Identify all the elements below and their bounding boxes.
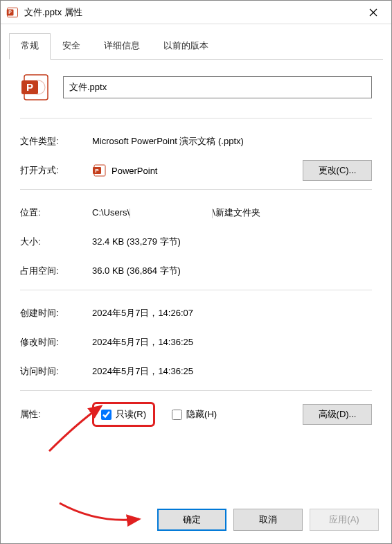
value-opens-with: P PowerPoint [92,164,282,177]
value-created: 2024年5月7日，14:26:07 [92,307,372,319]
value-accessed: 2024年5月7日，14:36:25 [92,365,372,378]
change-button[interactable]: 更改(C)... [303,160,372,181]
close-button[interactable] [358,2,389,23]
row-created: 创建时间: 2024年5月7日，14:26:07 [20,301,372,325]
hidden-label: 隐藏(H) [186,408,217,421]
dialog-footer: 确定 取消 应用(A) [1,499,391,543]
file-header: P [20,72,372,103]
value-file-type: Microsoft PowerPoint 演示文稿 (.pptx) [92,135,372,148]
pptx-large-icon: P [20,72,51,103]
attribute-checkboxes: 只读(R) 隐藏(H) [92,402,303,427]
separator [20,390,372,391]
row-size-on-disk: 占用空间: 36.0 KB (36,864 字节) [20,259,372,283]
label-created: 创建时间: [20,307,92,319]
hidden-checkbox[interactable] [172,410,182,420]
titlebar: P 文件.pptx 属性 [1,1,391,24]
row-attributes: 属性: 只读(R) 隐藏(H) 高级(D)... [20,402,372,427]
label-attributes: 属性: [20,408,92,421]
tab-strip: 常规 安全 详细信息 以前的版本 [9,33,383,60]
value-size: 32.4 KB (33,279 字节) [92,236,372,248]
row-opens-with: 打开方式: P PowerPoint 更改(C)... [20,159,372,182]
properties-dialog: P 文件.pptx 属性 常规 安全 详细信息 以前的版本 P [0,0,392,544]
ok-button[interactable]: 确定 [157,509,226,531]
row-file-type: 文件类型: Microsoft PowerPoint 演示文稿 (.pptx) [20,130,372,153]
value-modified: 2024年5月7日，14:36:25 [92,336,372,349]
svg-text:P: P [26,81,33,93]
separator [20,290,372,290]
opens-with-app-name: PowerPoint [112,166,157,176]
tab-previous-versions[interactable]: 以前的版本 [152,33,220,60]
window-title: 文件.pptx 属性 [24,6,358,19]
label-opens-with: 打开方式: [20,164,92,177]
redacted-path [130,209,213,218]
readonly-checkbox-wrap[interactable]: 只读(R) [101,408,146,421]
apply-button[interactable]: 应用(A) [310,509,379,531]
tab-general[interactable]: 常规 [9,33,51,60]
label-location: 位置: [20,207,92,219]
general-tab-content: P 文件类型: Microsoft PowerPoint 演示文稿 (.pptx… [1,60,391,499]
separator [20,189,372,190]
pptx-icon: P [6,6,19,19]
hidden-checkbox-wrap[interactable]: 隐藏(H) [172,408,217,421]
row-location: 位置: C:\Users\\新建文件夹 [20,201,372,225]
cancel-button[interactable]: 取消 [233,509,303,531]
readonly-highlight: 只读(R) [92,402,155,427]
tab-details[interactable]: 详细信息 [92,33,152,60]
label-modified: 修改时间: [20,336,92,349]
svg-text:P: P [8,10,12,15]
label-file-type: 文件类型: [20,135,92,148]
tab-security[interactable]: 安全 [51,33,92,60]
separator [20,118,372,119]
readonly-label: 只读(R) [116,408,146,421]
svg-text:P: P [95,168,99,174]
powerpoint-app-icon: P [92,164,106,177]
filename-input[interactable] [63,76,372,98]
row-accessed: 访问时间: 2024年5月7日，14:36:25 [20,360,372,383]
value-location: C:\Users\\新建文件夹 [92,207,372,219]
value-size-on-disk: 36.0 KB (36,864 字节) [92,265,372,277]
label-size-on-disk: 占用空间: [20,265,92,277]
row-size: 大小: 32.4 KB (33,279 字节) [20,230,372,254]
label-size: 大小: [20,236,92,248]
label-accessed: 访问时间: [20,365,92,378]
readonly-checkbox[interactable] [101,410,112,420]
advanced-button[interactable]: 高级(D)... [303,404,372,425]
row-modified: 修改时间: 2024年5月7日，14:36:25 [20,331,372,354]
